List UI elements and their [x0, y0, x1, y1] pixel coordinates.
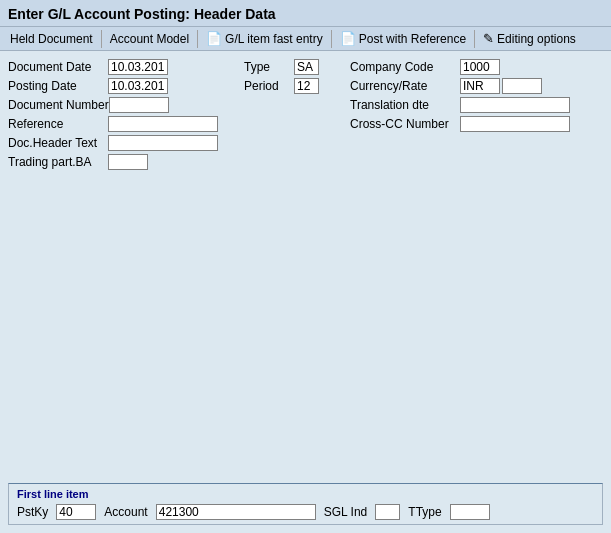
bottom-section: First line item PstKy Account SGL Ind TT… [8, 483, 603, 525]
type-label: Type [244, 60, 294, 74]
currency-rate-label: Currency/Rate [350, 79, 460, 93]
window-title: Enter G/L Account Posting: Header Data [8, 6, 276, 22]
type-row: Type [244, 59, 334, 75]
ttype-label: TType [408, 505, 441, 519]
editing-options-label: Editing options [497, 32, 576, 46]
trading-part-label: Trading part.BA [8, 155, 108, 169]
currency-rate-row: Currency/Rate [350, 78, 603, 94]
gl-item-fast-entry-label: G/L item fast entry [225, 32, 323, 46]
document-number-input[interactable] [109, 97, 169, 113]
company-code-input[interactable] [460, 59, 500, 75]
form-col2: Type Period [244, 59, 334, 97]
doc-header-text-row: Doc.Header Text [8, 135, 228, 151]
form-col3: Company Code Currency/Rate Translation d… [350, 59, 603, 135]
post-with-reference-button[interactable]: 📄 Post with Reference [334, 29, 472, 48]
period-label: Period [244, 79, 294, 93]
main-window: Enter G/L Account Posting: Header Data H… [0, 0, 611, 533]
company-code-row: Company Code [350, 59, 603, 75]
cross-cc-input[interactable] [460, 116, 570, 132]
first-line-item-title: First line item [17, 488, 594, 500]
post-with-reference-label: Post with Reference [359, 32, 466, 46]
form-col1: Document Date Posting Date Document Numb… [8, 59, 228, 173]
document-date-label: Document Date [8, 60, 108, 74]
posting-date-row: Posting Date [8, 78, 228, 94]
doc-header-text-input[interactable] [108, 135, 218, 151]
document-number-label: Document Number [8, 98, 109, 112]
cross-cc-row: Cross-CC Number [350, 116, 603, 132]
title-bar: Enter G/L Account Posting: Header Data [0, 0, 611, 27]
sgl-ind-label: SGL Ind [324, 505, 368, 519]
held-document-button[interactable]: Held Document [4, 30, 99, 48]
account-model-button[interactable]: Account Model [104, 30, 195, 48]
content-area: Document Date Posting Date Document Numb… [0, 51, 611, 533]
reference-label: Reference [8, 117, 108, 131]
document-date-input[interactable] [108, 59, 168, 75]
gl-icon: 📄 [206, 31, 222, 46]
post-ref-icon: 📄 [340, 31, 356, 46]
pstky-input[interactable] [56, 504, 96, 520]
toolbar: Held Document Account Model 📄 G/L item f… [0, 27, 611, 51]
account-label: Account [104, 505, 147, 519]
translation-dte-label: Translation dte [350, 98, 460, 112]
currency-input[interactable] [460, 78, 500, 94]
period-row: Period [244, 78, 334, 94]
ttype-input[interactable] [450, 504, 490, 520]
document-number-row: Document Number [8, 97, 228, 113]
trading-part-input[interactable] [108, 154, 148, 170]
account-model-label: Account Model [110, 32, 189, 46]
editing-icon: ✎ [483, 31, 494, 46]
cross-cc-label: Cross-CC Number [350, 117, 460, 131]
form-section: Document Date Posting Date Document Numb… [8, 59, 603, 483]
doc-header-text-label: Doc.Header Text [8, 136, 108, 150]
toolbar-separator-1 [101, 30, 102, 48]
account-input[interactable] [156, 504, 316, 520]
pstky-label: PstKy [17, 505, 48, 519]
gl-item-fast-entry-button[interactable]: 📄 G/L item fast entry [200, 29, 329, 48]
reference-input[interactable] [108, 116, 218, 132]
company-code-label: Company Code [350, 60, 460, 74]
period-input[interactable] [294, 78, 319, 94]
posting-date-input[interactable] [108, 78, 168, 94]
translation-dte-row: Translation dte [350, 97, 603, 113]
sgl-ind-input[interactable] [375, 504, 400, 520]
bottom-row: PstKy Account SGL Ind TType [17, 504, 594, 520]
toolbar-separator-2 [197, 30, 198, 48]
toolbar-separator-4 [474, 30, 475, 48]
trading-part-row: Trading part.BA [8, 154, 228, 170]
reference-row: Reference [8, 116, 228, 132]
form-three-col: Document Date Posting Date Document Numb… [8, 59, 603, 173]
editing-options-button[interactable]: ✎ Editing options [477, 29, 582, 48]
held-document-label: Held Document [10, 32, 93, 46]
document-date-row: Document Date [8, 59, 228, 75]
rate-input[interactable] [502, 78, 542, 94]
translation-dte-input[interactable] [460, 97, 570, 113]
posting-date-label: Posting Date [8, 79, 108, 93]
toolbar-separator-3 [331, 30, 332, 48]
type-input[interactable] [294, 59, 319, 75]
